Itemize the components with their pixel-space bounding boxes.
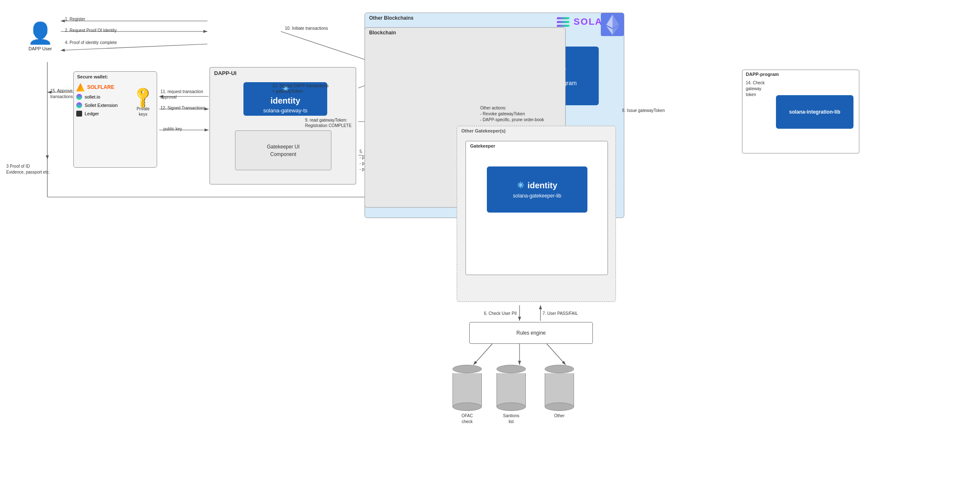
gatekeeper-ui-label: Gatekeeper UI Component xyxy=(267,143,300,158)
dapp-program-label: DAPP-program xyxy=(742,70,859,78)
secure-wallet-label: Secure wallet: xyxy=(74,72,157,82)
svg-line-5 xyxy=(281,31,375,63)
ofac-top xyxy=(453,365,482,373)
solana-gatekeeper-lib-title: ✳ identity xyxy=(517,180,557,190)
sollet-ext-label: Sollet Extension xyxy=(85,103,118,108)
dapp-user: 👤 DAPP User xyxy=(27,21,53,51)
sollet-ext-icon xyxy=(76,102,82,108)
step3-label: 3 Proof of ID Evidence, passport etc. xyxy=(6,164,50,175)
rules-engine-label: Rules engine xyxy=(516,330,546,336)
ledger-label: Ledger xyxy=(85,111,99,116)
step1-label: 1. Register xyxy=(65,17,85,21)
sollet-label: sollet.io xyxy=(85,94,100,99)
other-gatekeeper-label: Other Gatekeeper(s) xyxy=(457,126,615,135)
dapp-ui-label: DAPP-UI xyxy=(210,68,356,79)
other-bottom xyxy=(545,403,574,411)
sanctions-body xyxy=(496,373,526,407)
sanctions-cylinder: Santions list xyxy=(496,365,526,425)
solflare-label: SOLFLARE xyxy=(87,84,114,90)
step9-label: 9. read gatewayToken: Registration COMPL… xyxy=(305,117,352,128)
other-cylinder: Other xyxy=(545,365,574,419)
public-key-label: public key xyxy=(163,127,182,131)
other-top xyxy=(545,365,574,373)
solana-gatekeeper-lib-box: ✳ identity solana-gatekeeper-lib xyxy=(487,166,587,213)
svg-line-4 xyxy=(61,44,207,50)
other-db-label: Other xyxy=(554,413,564,419)
step11-label: 11. request transaction approval xyxy=(160,89,203,100)
solana-bars xyxy=(557,17,569,27)
gatekeeper-label: Gatekeeper xyxy=(466,141,608,151)
step15-label: 15. Approve transactions xyxy=(50,88,73,100)
step7-label: 7. User PASS/FAIL xyxy=(543,311,578,316)
other-actions-label: Other actions: - Revoke gatewayToken - D… xyxy=(480,105,544,123)
sanctions-bottom xyxy=(496,403,526,411)
sollet-icon xyxy=(76,94,82,100)
solana-gatekeeper-lib-icon: ✳ xyxy=(517,180,524,190)
svg-line-22 xyxy=(473,344,492,365)
step8-label: 8. Issue gatewayToken xyxy=(622,108,665,113)
solana-integration-lib-box: solana-integration-lib xyxy=(776,95,853,129)
gatekeeper-ui-box: Gatekeeper UI Component xyxy=(235,130,331,170)
diagram: 👤 DAPP User 1. Register 2. Request Proof… xyxy=(0,0,980,491)
private-keys: 🔑 Private keys xyxy=(134,88,153,117)
solana-bar-2 xyxy=(557,21,570,23)
solflare-icon xyxy=(76,83,85,91)
step4-label: 4. Proof of identity complete xyxy=(65,40,117,45)
solana-gatekeeper-lib-sub: solana-gatekeeper-lib xyxy=(513,193,561,199)
eth-icon xyxy=(606,15,619,35)
other-gatekeeper-region: Other Gatekeeper(s) Gatekeeper ✳ identit… xyxy=(457,126,616,302)
eth-logo xyxy=(601,13,624,36)
dapp-program-region: DAPP-program 14. Check gateway token sol… xyxy=(742,70,859,153)
step10-label: 10. Initiate transactions xyxy=(285,26,328,31)
svg-line-24 xyxy=(547,344,566,365)
step2-label: 2. Request Proof Of Identity xyxy=(65,28,116,33)
gatekeeper-box: Gatekeeper ✳ identity solana-gatekeeper-… xyxy=(465,141,608,275)
rules-engine-box: Rules engine xyxy=(469,322,593,344)
ledger-icon xyxy=(76,111,82,117)
solana-integration-lib-label: solana-integration-lib xyxy=(789,109,840,115)
step6-label: 6. Check User PII xyxy=(484,311,517,316)
step13-label: 13. Signed DAPP transactions + gatewayTo… xyxy=(272,83,328,94)
blockchain-label: Blockchain xyxy=(365,28,565,38)
secure-wallet-region: Secure wallet: SOLFLARE sollet.io Sollet… xyxy=(73,71,157,168)
ofac-body xyxy=(453,373,482,407)
ofac-bottom xyxy=(453,403,482,411)
dapp-user-label: DAPP User xyxy=(27,46,53,51)
user-icon: 👤 xyxy=(27,21,53,45)
step12-label: 12. Signed Transactions xyxy=(160,106,205,110)
identity-gateway-ts-sub: solana-gateway-ts xyxy=(263,107,308,114)
svg-marker-29 xyxy=(613,15,619,28)
sanctions-top xyxy=(496,365,526,373)
sanctions-label: Santions list xyxy=(503,413,520,425)
solana-bar-3 xyxy=(557,25,570,27)
other-body xyxy=(545,373,574,407)
ofac-cylinder: OFAC check xyxy=(453,365,482,425)
ofac-label: OFAC check xyxy=(461,413,473,425)
solana-bar-1 xyxy=(557,17,570,19)
